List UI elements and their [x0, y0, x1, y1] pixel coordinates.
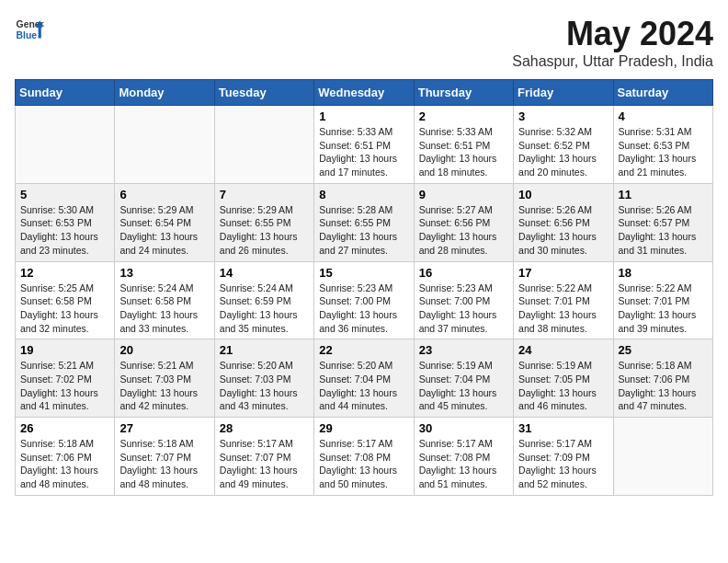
calendar-cell: 9Sunrise: 5:27 AM Sunset: 6:56 PM Daylig… — [414, 183, 513, 261]
day-info: Sunrise: 5:26 AM Sunset: 6:57 PM Dayligh… — [619, 203, 708, 258]
day-info: Sunrise: 5:19 AM Sunset: 7:04 PM Dayligh… — [419, 359, 508, 413]
calendar-cell: 25Sunrise: 5:18 AM Sunset: 7:06 PM Dayli… — [613, 339, 712, 418]
day-info: Sunrise: 5:29 AM Sunset: 6:54 PM Dayligh… — [119, 203, 209, 258]
day-info: Sunrise: 5:29 AM Sunset: 6:55 PM Dayligh… — [220, 203, 309, 258]
day-number: 28 — [220, 421, 309, 435]
day-number: 11 — [619, 188, 708, 201]
calendar-week-row: 26Sunrise: 5:18 AM Sunset: 7:06 PM Dayli… — [16, 418, 713, 496]
calendar-cell: 23Sunrise: 5:19 AM Sunset: 7:04 PM Dayli… — [414, 339, 513, 418]
day-info: Sunrise: 5:33 AM Sunset: 6:51 PM Dayligh… — [419, 125, 508, 179]
calendar-cell: 7Sunrise: 5:29 AM Sunset: 6:55 PM Daylig… — [214, 183, 313, 261]
day-number: 4 — [619, 109, 708, 123]
weekday-header-saturday: Saturday — [613, 80, 712, 106]
day-info: Sunrise: 5:17 AM Sunset: 7:08 PM Dayligh… — [419, 437, 508, 491]
calendar-cell: 13Sunrise: 5:24 AM Sunset: 6:58 PM Dayli… — [115, 261, 214, 339]
day-number: 30 — [419, 421, 508, 435]
weekday-header-sunday: Sunday — [16, 80, 115, 106]
day-info: Sunrise: 5:22 AM Sunset: 7:01 PM Dayligh… — [518, 282, 608, 336]
calendar-week-row: 19Sunrise: 5:21 AM Sunset: 7:02 PM Dayli… — [16, 339, 713, 418]
calendar-cell: 20Sunrise: 5:21 AM Sunset: 7:03 PM Dayli… — [115, 339, 214, 418]
day-info: Sunrise: 5:20 AM Sunset: 7:03 PM Dayligh… — [220, 359, 309, 413]
day-number: 20 — [119, 343, 209, 357]
weekday-header-row: SundayMondayTuesdayWednesdayThursdayFrid… — [16, 80, 713, 106]
main-title: May 2024 — [512, 15, 713, 53]
day-number: 1 — [319, 109, 408, 123]
weekday-header-wednesday: Wednesday — [314, 80, 414, 106]
day-number: 8 — [319, 188, 408, 201]
day-number: 12 — [20, 266, 109, 280]
day-info: Sunrise: 5:17 AM Sunset: 7:08 PM Dayligh… — [319, 437, 408, 491]
day-number: 21 — [220, 343, 309, 357]
calendar-cell: 5Sunrise: 5:30 AM Sunset: 6:53 PM Daylig… — [16, 183, 115, 261]
day-number: 26 — [20, 421, 109, 435]
day-number: 22 — [319, 343, 408, 357]
day-info: Sunrise: 5:20 AM Sunset: 7:04 PM Dayligh… — [319, 359, 408, 413]
day-number: 5 — [20, 188, 109, 201]
svg-text:Blue: Blue — [17, 30, 38, 40]
day-info: Sunrise: 5:32 AM Sunset: 6:52 PM Dayligh… — [518, 125, 608, 179]
day-info: Sunrise: 5:24 AM Sunset: 6:59 PM Dayligh… — [220, 282, 309, 336]
day-number: 3 — [518, 109, 608, 123]
calendar-cell: 10Sunrise: 5:26 AM Sunset: 6:56 PM Dayli… — [514, 183, 613, 261]
page-header: General Blue May 2024 Sahaspur, Uttar Pr… — [15, 15, 713, 70]
day-number: 27 — [119, 421, 209, 435]
day-number: 9 — [419, 188, 508, 201]
day-info: Sunrise: 5:27 AM Sunset: 6:56 PM Dayligh… — [419, 203, 508, 258]
calendar-cell: 4Sunrise: 5:31 AM Sunset: 6:53 PM Daylig… — [613, 106, 712, 184]
day-number: 10 — [518, 188, 608, 201]
calendar-table: SundayMondayTuesdayWednesdayThursdayFrid… — [15, 79, 713, 496]
subtitle: Sahaspur, Uttar Pradesh, India — [512, 53, 713, 70]
logo-icon: General Blue — [15, 15, 44, 44]
day-number: 6 — [119, 188, 209, 201]
day-info: Sunrise: 5:23 AM Sunset: 7:00 PM Dayligh… — [319, 282, 408, 336]
day-info: Sunrise: 5:19 AM Sunset: 7:05 PM Dayligh… — [518, 359, 608, 413]
day-number: 7 — [220, 188, 309, 201]
day-info: Sunrise: 5:23 AM Sunset: 7:00 PM Dayligh… — [419, 282, 508, 336]
calendar-cell: 12Sunrise: 5:25 AM Sunset: 6:58 PM Dayli… — [16, 261, 115, 339]
calendar-cell: 17Sunrise: 5:22 AM Sunset: 7:01 PM Dayli… — [514, 261, 613, 339]
day-info: Sunrise: 5:21 AM Sunset: 7:03 PM Dayligh… — [119, 359, 209, 413]
calendar-cell: 31Sunrise: 5:17 AM Sunset: 7:09 PM Dayli… — [514, 418, 613, 496]
calendar-cell — [115, 106, 214, 184]
day-number: 25 — [619, 343, 708, 357]
calendar-cell: 22Sunrise: 5:20 AM Sunset: 7:04 PM Dayli… — [314, 339, 414, 418]
day-number: 19 — [20, 343, 109, 357]
logo: General Blue — [15, 15, 44, 44]
calendar-cell — [16, 106, 115, 184]
day-info: Sunrise: 5:25 AM Sunset: 6:58 PM Dayligh… — [20, 282, 109, 336]
calendar-cell: 15Sunrise: 5:23 AM Sunset: 7:00 PM Dayli… — [314, 261, 414, 339]
weekday-header-monday: Monday — [115, 80, 214, 106]
day-info: Sunrise: 5:18 AM Sunset: 7:06 PM Dayligh… — [20, 437, 109, 491]
day-number: 14 — [220, 266, 309, 280]
calendar-cell: 14Sunrise: 5:24 AM Sunset: 6:59 PM Dayli… — [214, 261, 313, 339]
day-number: 23 — [419, 343, 508, 357]
day-number: 17 — [518, 266, 608, 280]
day-info: Sunrise: 5:28 AM Sunset: 6:55 PM Dayligh… — [319, 203, 408, 258]
day-info: Sunrise: 5:31 AM Sunset: 6:53 PM Dayligh… — [619, 125, 708, 179]
calendar-cell — [214, 106, 313, 184]
title-section: May 2024 Sahaspur, Uttar Pradesh, India — [512, 15, 713, 70]
day-info: Sunrise: 5:22 AM Sunset: 7:01 PM Dayligh… — [619, 282, 708, 336]
calendar-cell: 11Sunrise: 5:26 AM Sunset: 6:57 PM Dayli… — [613, 183, 712, 261]
calendar-cell: 18Sunrise: 5:22 AM Sunset: 7:01 PM Dayli… — [613, 261, 712, 339]
day-number: 2 — [419, 109, 508, 123]
day-info: Sunrise: 5:17 AM Sunset: 7:07 PM Dayligh… — [220, 437, 309, 491]
day-info: Sunrise: 5:24 AM Sunset: 6:58 PM Dayligh… — [119, 282, 209, 336]
day-number: 16 — [419, 266, 508, 280]
calendar-week-row: 12Sunrise: 5:25 AM Sunset: 6:58 PM Dayli… — [16, 261, 713, 339]
calendar-cell: 24Sunrise: 5:19 AM Sunset: 7:05 PM Dayli… — [514, 339, 613, 418]
day-info: Sunrise: 5:26 AM Sunset: 6:56 PM Dayligh… — [518, 203, 608, 258]
calendar-cell: 8Sunrise: 5:28 AM Sunset: 6:55 PM Daylig… — [314, 183, 414, 261]
day-number: 31 — [518, 421, 608, 435]
day-number: 24 — [518, 343, 608, 357]
day-info: Sunrise: 5:17 AM Sunset: 7:09 PM Dayligh… — [518, 437, 608, 491]
day-info: Sunrise: 5:21 AM Sunset: 7:02 PM Dayligh… — [20, 359, 109, 413]
day-info: Sunrise: 5:30 AM Sunset: 6:53 PM Dayligh… — [20, 203, 109, 258]
calendar-cell: 16Sunrise: 5:23 AM Sunset: 7:00 PM Dayli… — [414, 261, 513, 339]
day-info: Sunrise: 5:18 AM Sunset: 7:06 PM Dayligh… — [619, 359, 708, 413]
calendar-cell: 29Sunrise: 5:17 AM Sunset: 7:08 PM Dayli… — [314, 418, 414, 496]
weekday-header-friday: Friday — [514, 80, 613, 106]
day-number: 29 — [319, 421, 408, 435]
day-info: Sunrise: 5:18 AM Sunset: 7:07 PM Dayligh… — [119, 437, 209, 491]
calendar-cell: 19Sunrise: 5:21 AM Sunset: 7:02 PM Dayli… — [16, 339, 115, 418]
